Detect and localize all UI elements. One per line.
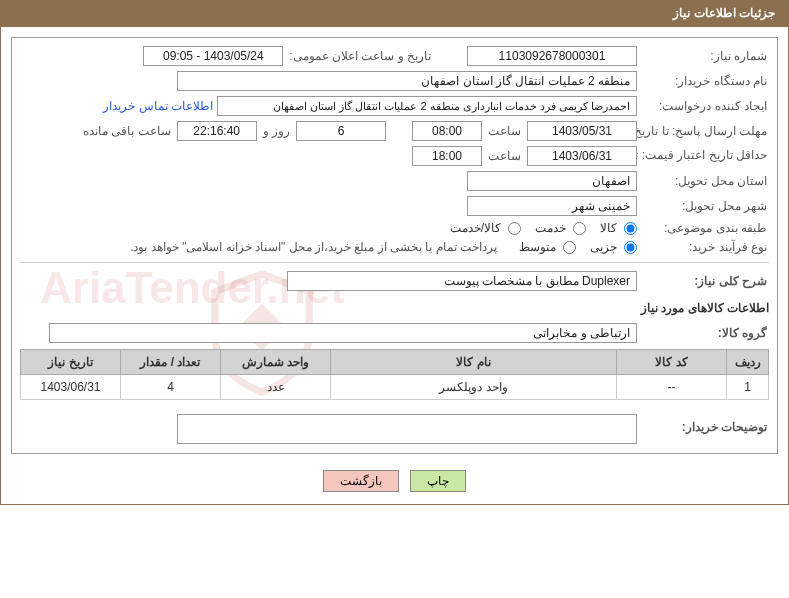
radio-input-medium[interactable] [563,241,576,254]
th-date: تاریخ نیاز [21,350,121,375]
th-code: کد کالا [617,350,727,375]
cell-qty: 4 [121,375,221,400]
radio-category-service[interactable]: خدمت [535,221,586,235]
field-buyer-notes [177,414,637,444]
label-requester: ایجاد کننده درخواست: [641,99,769,113]
label-time-2: ساعت [486,149,523,163]
label-validity: حداقل تاریخ اعتبار قیمت: تا تاریخ: [641,149,769,162]
radio-label-both: کالا/خدمت [450,221,501,235]
label-category: طبقه بندی موضوعی: [641,221,769,235]
label-announce: تاریخ و ساعت اعلان عمومی: [287,49,433,63]
th-unit: واحد شمارش [221,350,331,375]
radio-purchase-medium[interactable]: متوسط [519,240,576,254]
separator-1 [20,262,769,263]
cell-unit: عدد [221,375,331,400]
field-buyer-org: منطقه 2 عملیات انتقال گاز استان اصفهان [177,71,637,91]
radio-label-medium: متوسط [519,240,556,254]
label-city: شهر محل تحویل: [641,199,769,213]
label-purchase-type: نوع فرآیند خرید: [641,240,769,254]
label-need-no: شماره نیاز: [641,49,769,63]
label-deadline: مهلت ارسال پاسخ: تا تاریخ: [641,124,769,138]
cell-index: 1 [727,375,769,400]
radio-label-minor: جزیی [590,240,617,254]
label-item-group: گروه کالا: [641,326,769,340]
cell-date: 1403/06/31 [21,375,121,400]
radio-input-service[interactable] [573,222,586,235]
print-button[interactable]: چاپ [410,470,466,492]
radio-group-purchase: جزیی متوسط [519,240,637,254]
radio-category-goods[interactable]: کالا [600,221,637,235]
label-buyer-org: نام دستگاه خریدار: [641,74,769,88]
label-time-1: ساعت [486,124,523,138]
label-general-desc: شرح کلی نیاز: [641,274,769,288]
field-validity-time: 18:00 [412,146,482,166]
section-items-title: اطلاعات کالاهای مورد نیاز [20,301,769,315]
buyer-contact-link[interactable]: اطلاعات تماس خریدار [103,99,213,113]
button-row: چاپ بازگشت [1,460,788,504]
field-requester: احمدرضا کریمی فرد خدمات انبارداری منطقه … [217,96,637,116]
field-validity-date: 1403/06/31 [527,146,637,166]
th-name: نام کالا [331,350,617,375]
items-table: ردیف کد کالا نام کالا واحد شمارش تعداد /… [20,349,769,400]
panel-title: جزئیات اطلاعات نیاز [673,6,775,20]
cell-name: واحد دوپلکسر [331,375,617,400]
cell-code: -- [617,375,727,400]
radio-input-both[interactable] [508,222,521,235]
radio-label-service: خدمت [535,221,566,235]
radio-label-goods: کالا [600,221,617,235]
table-row: 1 -- واحد دوپلکسر عدد 4 1403/06/31 [21,375,769,400]
payment-note: پرداخت تمام یا بخشی از مبلغ خرید،از محل … [130,240,497,254]
panel-header: جزئیات اطلاعات نیاز [0,0,789,26]
field-announce: 1403/05/24 - 09:05 [143,46,283,66]
field-need-no: 1103092678000301 [467,46,637,66]
field-city: خمینی شهر [467,196,637,216]
field-countdown: 22:16:40 [177,121,257,141]
label-time-remaining: ساعت باقی مانده [81,124,173,138]
radio-purchase-minor[interactable]: جزیی [590,240,637,254]
back-button[interactable]: بازگشت [323,470,399,492]
radio-category-both[interactable]: کالا/خدمت [450,221,521,235]
th-qty: تعداد / مقدار [121,350,221,375]
label-buyer-notes: توضیحات خریدار: [641,414,769,434]
field-days-remaining: 6 [296,121,386,141]
table-header-row: ردیف کد کالا نام کالا واحد شمارش تعداد /… [21,350,769,375]
label-days-and: روز و [261,124,292,138]
details-panel: AriaTender.net شماره نیاز: 1103092678000… [11,37,778,454]
field-deadline-time: 08:00 [412,121,482,141]
field-item-group: ارتباطی و مخابراتی [49,323,637,343]
radio-input-minor[interactable] [624,241,637,254]
radio-group-category: کالا خدمت کالا/خدمت [450,221,637,235]
radio-input-goods[interactable] [624,222,637,235]
field-general-desc: Duplexer مطابق با مشخصات پیوست [287,271,637,291]
label-province: استان محل تحویل: [641,174,769,188]
th-index: ردیف [727,350,769,375]
outer-panel: AriaTender.net شماره نیاز: 1103092678000… [0,26,789,505]
field-deadline-date: 1403/05/31 [527,121,637,141]
field-province: اصفهان [467,171,637,191]
